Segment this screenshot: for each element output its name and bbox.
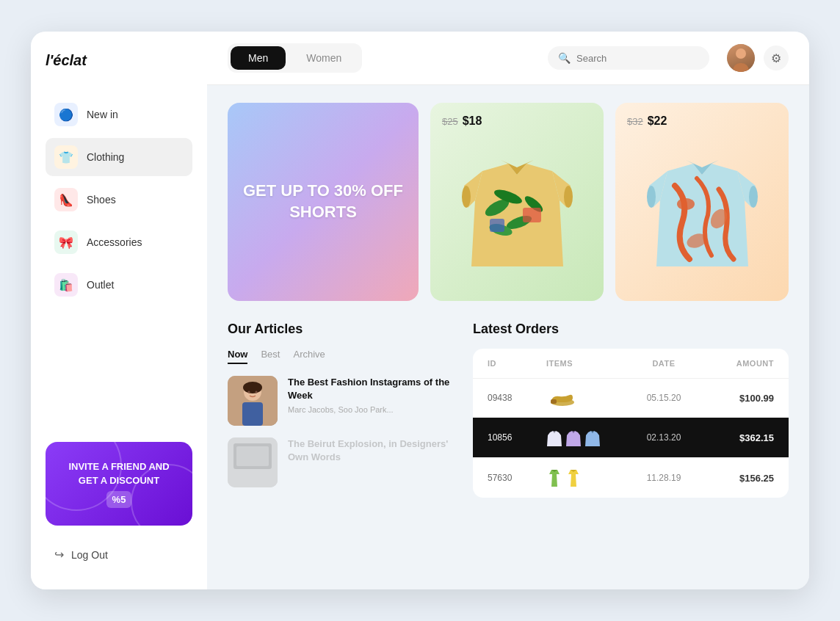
sidebar-item-shoes[interactable]: 👠 Shoes bbox=[46, 181, 192, 219]
article-image-2 bbox=[228, 437, 278, 487]
gender-tab-group: Men Women bbox=[228, 43, 362, 73]
sidebar-item-label: New in bbox=[87, 109, 118, 120]
svg-marker-41 bbox=[568, 470, 579, 487]
svg-marker-13 bbox=[656, 164, 748, 266]
svg-point-27 bbox=[256, 391, 258, 393]
settings-button[interactable]: ⚙ bbox=[764, 46, 789, 70]
shirt-icon-purple bbox=[565, 428, 582, 447]
sidebar-item-clothing[interactable]: 👕 Clothing bbox=[46, 138, 192, 176]
order-amount: $156.25 bbox=[700, 473, 774, 484]
svg-marker-39 bbox=[549, 470, 560, 487]
search-input[interactable] bbox=[576, 53, 699, 64]
article-tab-archive[interactable]: Archive bbox=[293, 349, 325, 364]
header-actions: ⚙ bbox=[727, 44, 789, 72]
shoes-icon: 👠 bbox=[54, 188, 78, 211]
svg-rect-8 bbox=[490, 219, 504, 232]
table-row-highlighted[interactable]: 10856 bbox=[473, 418, 789, 458]
hero-section: GET UP TO 30% OFF SHORTS $25 $18 bbox=[228, 103, 789, 301]
sidebar: l'éclat 🔵 New in 👕 Clothing 👠 Shoes 🎀 Ac… bbox=[31, 32, 207, 589]
promo-card[interactable]: INVITE A FRIEND AND GET A DISCOUNT %5 bbox=[46, 442, 192, 526]
order-items-active bbox=[546, 428, 627, 447]
table-row[interactable]: 57630 bbox=[473, 458, 789, 498]
sidebar-item-label: Accessories bbox=[87, 236, 142, 248]
article-title-2: The Beirut Explosion, in Designers' Own … bbox=[288, 437, 455, 464]
price-old-2: $32 bbox=[627, 116, 643, 127]
svg-point-25 bbox=[243, 382, 262, 393]
app-container: l'éclat 🔵 New in 👕 Clothing 👠 Shoes 🎀 Ac… bbox=[31, 32, 809, 589]
table-row[interactable]: 09438 05.15.20 $100.99 bbox=[473, 379, 789, 418]
col-items: ITEMS bbox=[546, 359, 627, 368]
shirt-icon-white bbox=[546, 428, 562, 447]
content-body: GET UP TO 30% OFF SHORTS $25 $18 bbox=[207, 85, 809, 517]
order-amount: $100.99 bbox=[700, 393, 774, 404]
table-header: ID ITEMS DATE AMOUNT bbox=[473, 349, 789, 379]
outlet-icon: 🛍️ bbox=[54, 273, 78, 297]
avatar-image bbox=[727, 44, 755, 72]
new-in-icon: 🔵 bbox=[54, 103, 78, 126]
orders-table: ID ITEMS DATE AMOUNT 09438 bbox=[473, 349, 789, 498]
price-new-2: $22 bbox=[648, 115, 667, 128]
logout-label: Log Out bbox=[71, 549, 108, 561]
svg-marker-33 bbox=[547, 431, 562, 446]
bottom-section: Our Articles Now Best Archive bbox=[228, 322, 789, 499]
order-items bbox=[546, 389, 627, 407]
article-image-1 bbox=[228, 376, 278, 426]
svg-rect-24 bbox=[242, 402, 263, 426]
order-date-active: 02.13.20 bbox=[627, 432, 700, 443]
sidebar-item-new-in[interactable]: 🔵 New in bbox=[46, 95, 192, 134]
article-tab-best[interactable]: Best bbox=[261, 349, 280, 364]
article-thumb-1 bbox=[228, 376, 278, 426]
shirt-image-2 bbox=[645, 134, 759, 270]
article-tab-now[interactable]: Now bbox=[228, 349, 247, 364]
tab-women[interactable]: Women bbox=[289, 46, 359, 70]
order-id: 09438 bbox=[488, 393, 546, 403]
col-id: ID bbox=[488, 359, 546, 368]
sidebar-item-outlet[interactable]: 🛍️ Outlet bbox=[46, 266, 192, 304]
logout-icon: ↪ bbox=[54, 548, 64, 562]
svg-rect-32 bbox=[551, 399, 557, 404]
article-item-2[interactable]: The Beirut Explosion, in Designers' Own … bbox=[228, 437, 455, 487]
svg-point-12 bbox=[564, 186, 573, 208]
product-card-2[interactable]: $32 $22 bbox=[615, 103, 789, 301]
promo-discount-badge: %5 bbox=[106, 491, 132, 509]
order-items bbox=[546, 468, 627, 487]
article-author-1: Marc Jacobs, Soo Joo Park... bbox=[288, 405, 455, 414]
sidebar-item-accessories[interactable]: 🎀 Accessories bbox=[46, 223, 192, 261]
gear-icon: ⚙ bbox=[764, 46, 789, 70]
articles-section: Our Articles Now Best Archive bbox=[228, 322, 455, 499]
svg-point-15 bbox=[677, 198, 695, 210]
svg-point-19 bbox=[647, 186, 656, 208]
product-card-1[interactable]: $25 $18 bbox=[430, 103, 604, 301]
logout-button[interactable]: ↪ Log Out bbox=[46, 540, 192, 569]
svg-point-26 bbox=[248, 391, 250, 393]
svg-rect-30 bbox=[236, 446, 269, 466]
sidebar-item-label: Shoes bbox=[87, 194, 116, 206]
avatar-face bbox=[736, 48, 746, 59]
svg-marker-35 bbox=[566, 431, 581, 446]
order-date: 05.15.20 bbox=[627, 393, 700, 403]
search-icon: 🔍 bbox=[558, 52, 571, 64]
price-old-1: $25 bbox=[442, 116, 458, 127]
hero-banner: GET UP TO 30% OFF SHORTS bbox=[228, 103, 419, 301]
search-bar: 🔍 bbox=[548, 46, 709, 70]
header: Men Women 🔍 ⚙ bbox=[207, 32, 809, 85]
article-tab-group: Now Best Archive bbox=[228, 349, 455, 364]
orders-section: Latest Orders ID ITEMS DATE AMOUNT 09438 bbox=[473, 322, 789, 499]
article-info-2: The Beirut Explosion, in Designers' Own … bbox=[288, 437, 455, 467]
accessories-icon: 🎀 bbox=[54, 230, 78, 254]
order-date: 11.28.19 bbox=[627, 473, 700, 483]
avatar bbox=[727, 44, 755, 72]
orders-title: Latest Orders bbox=[473, 322, 789, 337]
article-item-1[interactable]: The Best Fashion Instagrams of the Week … bbox=[228, 376, 455, 426]
main-content: Men Women 🔍 ⚙ bbox=[207, 32, 809, 589]
shoe-icon bbox=[546, 389, 574, 407]
hero-text: GET UP TO 30% OFF SHORTS bbox=[228, 166, 419, 237]
article-info-1: The Best Fashion Instagrams of the Week … bbox=[288, 376, 455, 414]
price-new-1: $18 bbox=[463, 115, 482, 128]
tab-men[interactable]: Men bbox=[231, 46, 286, 70]
articles-title: Our Articles bbox=[228, 322, 455, 337]
article-thumb-2 bbox=[228, 437, 278, 487]
svg-rect-7 bbox=[523, 208, 541, 222]
dress-icon-yellow bbox=[565, 468, 582, 487]
price-badge-1: $25 $18 bbox=[442, 115, 482, 128]
